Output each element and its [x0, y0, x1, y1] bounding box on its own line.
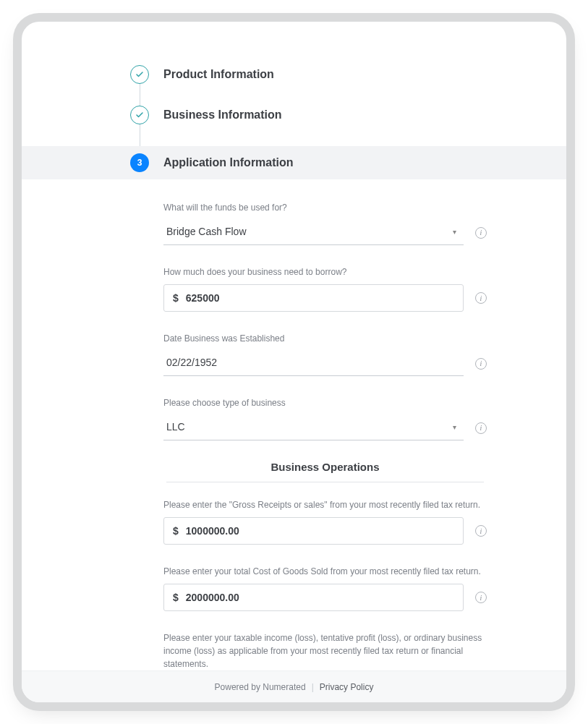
business-type-select[interactable]: LLC ▾ [163, 415, 464, 440]
chevron-down-icon: ▾ [453, 423, 456, 431]
info-icon[interactable]: i [475, 292, 487, 304]
field-taxable-income: Please enter your taxable income (loss),… [163, 631, 487, 670]
field-funds-use: What will the funds be used for? Bridge … [163, 201, 487, 245]
app-frame: Product Information Business Information… [22, 22, 566, 702]
field-established-date: Date Business was Established i [163, 332, 487, 376]
check-icon [130, 106, 149, 124]
borrow-amount-input-wrapper: $ [163, 284, 464, 312]
privacy-policy-link[interactable]: Privacy Policy [320, 682, 374, 692]
step-label: Business Information [163, 108, 282, 122]
powered-by-text: Powered by Numerated [215, 682, 306, 692]
step-label: Product Information [163, 68, 274, 81]
info-icon[interactable]: i [475, 592, 487, 603]
info-icon[interactable]: i [475, 422, 487, 434]
field-label: Please choose type of business [163, 396, 487, 409]
chevron-down-icon: ▾ [453, 228, 456, 236]
cogs-input[interactable] [186, 592, 454, 603]
step-label: Application Information [163, 156, 294, 169]
dollar-icon: $ [173, 592, 179, 603]
info-icon[interactable]: i [475, 227, 487, 239]
dollar-icon: $ [173, 525, 179, 537]
field-label: Date Business was Established [163, 332, 487, 345]
info-icon[interactable]: i [475, 358, 487, 370]
dollar-icon: $ [173, 292, 179, 304]
info-icon[interactable]: i [475, 525, 487, 537]
footer: Powered by Numerated | Privacy Policy [22, 670, 566, 702]
field-label: Please enter your total Cost of Goods So… [163, 565, 487, 578]
check-icon [130, 65, 149, 84]
stepper: Product Information Business Information… [130, 65, 487, 179]
application-form: What will the funds be used for? Bridge … [163, 201, 487, 670]
main-content: Product Information Business Information… [22, 22, 566, 670]
borrow-amount-input[interactable] [186, 292, 454, 304]
field-label: Please enter the "Gross Receipts or sale… [163, 498, 487, 511]
cogs-input-wrapper: $ [163, 584, 464, 611]
gross-receipts-input[interactable] [186, 525, 454, 537]
step-current-number: 3 [130, 153, 149, 172]
select-value: Bridge Cash Flow [166, 226, 247, 237]
field-gross-receipts: Please enter the "Gross Receipts or sale… [163, 498, 487, 545]
field-label: What will the funds be used for? [163, 201, 487, 214]
field-borrow-amount: How much does your business need to borr… [163, 265, 487, 312]
field-business-type: Please choose type of business LLC ▾ i [163, 396, 487, 440]
field-cogs: Please enter your total Cost of Goods So… [163, 565, 487, 611]
step-application[interactable]: 3 Application Information [22, 146, 566, 179]
field-label: How much does your business need to borr… [163, 265, 487, 278]
select-value: LLC [166, 421, 185, 433]
business-operations-heading: Business Operations [166, 461, 484, 482]
established-date-input[interactable] [163, 351, 464, 376]
field-label: Please enter your taxable income (loss),… [163, 631, 487, 670]
footer-divider: | [312, 682, 314, 692]
step-business[interactable]: Business Information [130, 106, 487, 146]
gross-receipts-input-wrapper: $ [163, 517, 464, 545]
funds-use-select[interactable]: Bridge Cash Flow ▾ [163, 220, 464, 245]
step-product[interactable]: Product Information [130, 65, 487, 106]
